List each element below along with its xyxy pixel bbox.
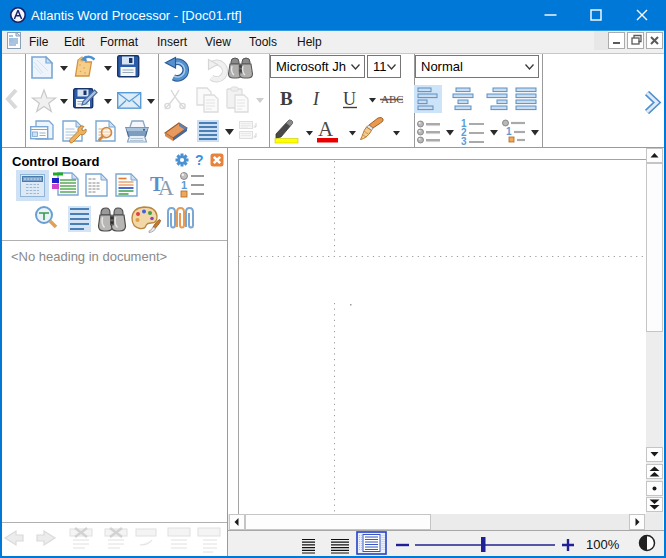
svg-text:A: A	[318, 117, 334, 141]
svg-text:1: 1	[181, 179, 187, 191]
svg-text:A: A	[158, 175, 174, 200]
svg-text:I: I	[312, 89, 320, 109]
svg-text:1: 1	[506, 126, 512, 137]
svg-text:3: 3	[461, 136, 467, 147]
svg-text:U: U	[343, 89, 356, 109]
svg-text:B: B	[280, 88, 293, 109]
